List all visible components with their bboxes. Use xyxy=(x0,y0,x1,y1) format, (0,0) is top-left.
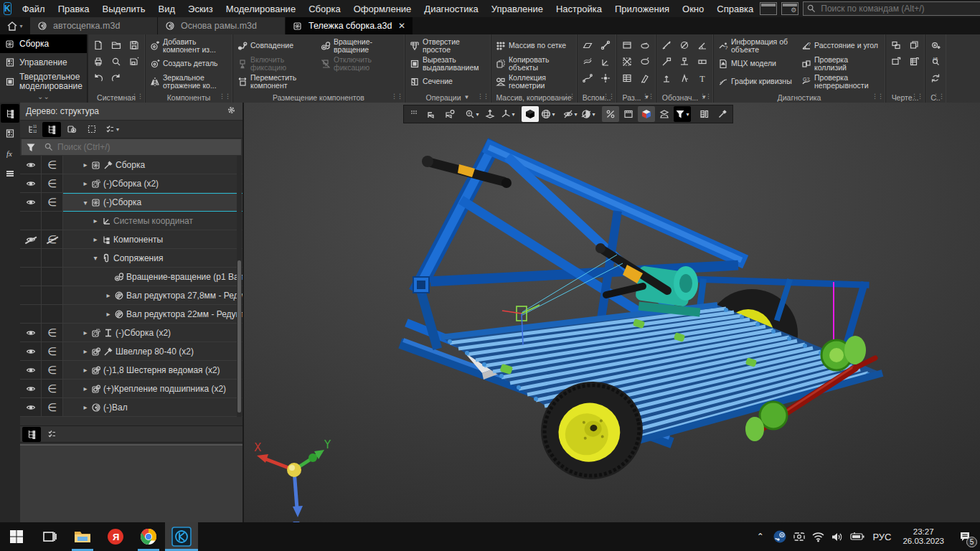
layout-table-button[interactable] xyxy=(620,71,634,85)
dim-leader-button[interactable] xyxy=(659,55,674,69)
visibility-cell[interactable] xyxy=(20,249,42,268)
section-grip-icon[interactable]: ⋮⋮ xyxy=(563,93,575,100)
expand-arrow-icon[interactable]: ▸ xyxy=(82,161,89,169)
expand-arrow-icon[interactable]: ▸ xyxy=(82,403,89,411)
move-component-button[interactable]: Переместить компонент xyxy=(236,72,318,90)
collision-check-button[interactable]: Проверка коллизий xyxy=(800,55,882,72)
save-as-button[interactable] xyxy=(127,55,141,69)
include-cell[interactable]: ∈ xyxy=(42,156,63,174)
vp-snap-mode-button[interactable] xyxy=(602,106,619,122)
document-tab[interactable]: автосцепка.m3d xyxy=(30,17,158,34)
volume-icon[interactable] xyxy=(828,522,847,551)
document-tab[interactable]: Тележка сборка.a3d✕ xyxy=(286,17,413,34)
filter-funnel-icon[interactable] xyxy=(22,139,40,155)
expand-arrow-icon[interactable]: ▸ xyxy=(82,179,89,187)
dim-roughness-button[interactable] xyxy=(677,71,692,85)
include-cell[interactable]: ∈ xyxy=(42,174,63,193)
dropdown-icon[interactable]: ▾ xyxy=(552,111,555,118)
layout-mark-button[interactable] xyxy=(638,55,652,69)
drawing-sheet-button[interactable] xyxy=(889,55,903,69)
section-op-button[interactable]: Сечение xyxy=(408,72,487,90)
panel-tab-fx-panel[interactable]: fx xyxy=(1,144,19,163)
tray-chevron-icon[interactable]: ⌃ xyxy=(750,522,770,551)
tree-row[interactable]: ∈▸Компоненты xyxy=(20,230,242,249)
section-grip-icon[interactable]: ⋮⋮ xyxy=(642,93,654,100)
panel-tab-params-panel[interactable] xyxy=(1,124,19,143)
drawing-spec-button[interactable] xyxy=(907,55,921,69)
drawing-copy-button[interactable] xyxy=(907,38,921,52)
taskbar-explorer[interactable] xyxy=(66,522,99,551)
aux-local-cs-button[interactable] xyxy=(598,55,613,69)
command-search-input[interactable] xyxy=(803,1,980,16)
visibility-cell[interactable] xyxy=(20,174,42,193)
section-grip-icon[interactable]: ⋮⋮ xyxy=(477,93,489,100)
expand-arrow-icon[interactable]: ▸ xyxy=(105,291,112,299)
include-cell[interactable] xyxy=(42,212,63,230)
tree-row[interactable]: ▾Сопряжения xyxy=(20,249,242,268)
expand-arrow-icon[interactable]: ▸ xyxy=(82,385,89,392)
layout-zone-button[interactable] xyxy=(620,55,634,69)
tree-row[interactable]: ∈▸Сборка xyxy=(20,156,242,174)
vp-workplane-button[interactable] xyxy=(620,106,637,122)
window-layout-icon[interactable] xyxy=(760,2,777,15)
section-grip-icon[interactable]: ⋮⋮ xyxy=(699,93,711,100)
tree-row[interactable]: ∈▸(-)Вал xyxy=(20,398,242,417)
panel-tab-menu-lines[interactable] xyxy=(1,164,19,183)
menu-правка[interactable]: Правка xyxy=(52,0,96,17)
vp-measure-tool-button[interactable] xyxy=(696,106,713,122)
taskbar-task-view[interactable] xyxy=(33,522,66,551)
tree-bottom-tab-checklist[interactable] xyxy=(42,427,61,442)
layout-sheet-button[interactable] xyxy=(620,38,634,52)
section-grip-icon[interactable]: ⋮⋮ xyxy=(933,93,944,100)
dropdown-icon[interactable]: ▾ xyxy=(574,111,577,118)
array-grid-button[interactable]: Массив по сетке xyxy=(494,37,573,55)
display-record-icon[interactable] xyxy=(789,522,809,551)
add-component-button[interactable]: Добавить компонент из... xyxy=(149,37,229,55)
notification-center-icon[interactable]: 5 xyxy=(950,522,980,551)
include-cell[interactable] xyxy=(42,305,63,324)
vp-appearance-button[interactable] xyxy=(638,106,655,122)
vp-grip-handle-button[interactable] xyxy=(405,106,423,122)
text-T-button[interactable]: T xyxy=(695,71,710,85)
dropdown-icon[interactable]: ▾ xyxy=(592,111,595,118)
mcx-model-button[interactable]: МЦХ модели xyxy=(717,55,798,72)
taskbar-start[interactable] xyxy=(0,522,33,551)
dim-datum-button[interactable] xyxy=(677,55,692,69)
drawing-views-button[interactable] xyxy=(889,38,903,52)
tree-scrollbar[interactable] xyxy=(237,156,242,417)
tree-row[interactable]: Вращение-вращение (p1 Вал р xyxy=(20,268,242,286)
section-grip-icon[interactable]: ⋮⋮ xyxy=(872,93,883,100)
aux-surface-button[interactable] xyxy=(580,55,595,69)
menu-настройка[interactable]: Настройка xyxy=(550,0,608,17)
dim-angle-button[interactable] xyxy=(695,38,710,52)
section-grip-icon[interactable]: ⋮⋮ xyxy=(603,93,614,100)
vp-zoom-tools-button[interactable]: ▾ xyxy=(463,106,481,122)
expand-arrow-icon[interactable]: ▸ xyxy=(82,366,89,374)
tree-row[interactable]: ▸Системы координат xyxy=(20,212,242,230)
gear-icon[interactable] xyxy=(226,105,237,118)
include-cell[interactable]: ∈ xyxy=(42,398,63,417)
info-object-button[interactable]: ?Информация об объекте xyxy=(717,37,798,55)
vp-context-display-button[interactable] xyxy=(656,106,673,122)
aux-control-point-button[interactable] xyxy=(598,71,613,85)
menu-справка[interactable]: Справка xyxy=(710,0,760,17)
preview-button[interactable] xyxy=(109,55,123,69)
include-cell[interactable]: ∈ xyxy=(42,342,63,361)
mirror-button[interactable]: Зеркальное отражение ко... xyxy=(149,72,229,90)
panel-tab-tree-panel[interactable] xyxy=(1,104,19,123)
tab-close-icon[interactable]: ✕ xyxy=(398,21,405,31)
save-button[interactable] xyxy=(127,38,141,52)
rotation-rotation-button[interactable]: Вращение-вращение xyxy=(319,37,401,55)
copy-objects-button[interactable]: Копировать объекты xyxy=(494,55,573,72)
dim-base-button[interactable] xyxy=(659,71,674,85)
tree-row[interactable]: ∈▸Швеллер 80-40 (x2) xyxy=(20,342,242,361)
menu-приложения[interactable]: Приложения xyxy=(608,0,676,17)
battery-icon[interactable] xyxy=(847,522,867,551)
tree-tool-related-docs[interactable] xyxy=(62,122,81,137)
visibility-cell[interactable] xyxy=(20,156,42,174)
aux-axis-button[interactable] xyxy=(598,38,613,52)
menu-выделить[interactable]: Выделить xyxy=(96,0,152,17)
aux-spline-button[interactable] xyxy=(580,71,595,85)
clock[interactable]: 23:27 26.03.2023 xyxy=(897,522,950,551)
ribbon-collapse-chevron[interactable]: ⌄⌄ xyxy=(0,92,87,103)
